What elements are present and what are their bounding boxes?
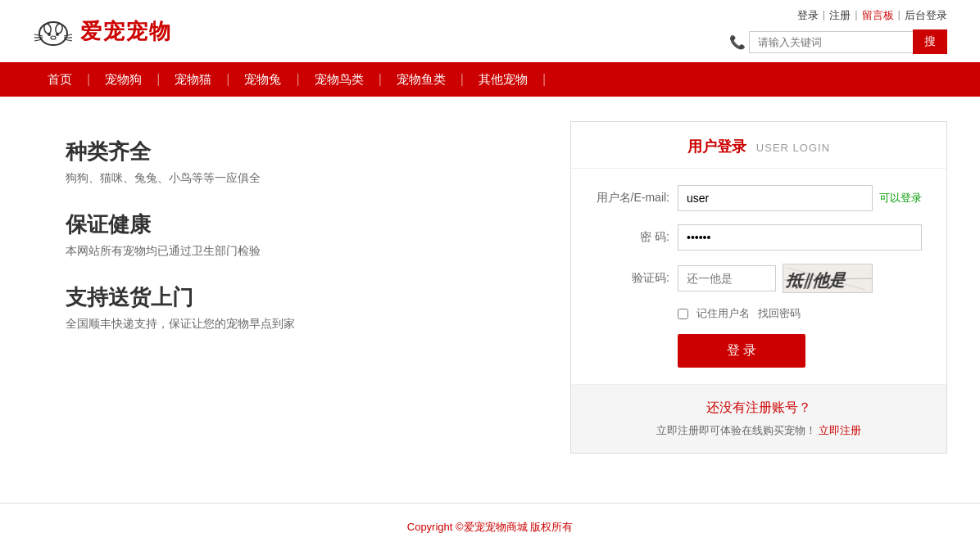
footer: Copyright ©爱宠宠物商城 版权所有 bbox=[0, 504, 980, 542]
captcha-input[interactable] bbox=[678, 265, 776, 291]
remember-row: 记住用户名 找回密码 bbox=[596, 306, 922, 321]
remember-label[interactable]: 记住用户名 bbox=[696, 306, 750, 321]
svg-point-1 bbox=[43, 23, 52, 34]
nav-home[interactable]: 首页 bbox=[33, 62, 87, 97]
search-button[interactable]: 搜 bbox=[913, 29, 947, 54]
feature-health: 保证健康 本网站所有宠物均已通过卫生部门检验 bbox=[66, 210, 538, 259]
nav-cats[interactable]: 宠物猫 bbox=[160, 62, 226, 97]
login-form: 用户名/E-mail: 可以登录 密 码: 验证码: bbox=[571, 169, 946, 384]
forgot-link[interactable]: 找回密码 bbox=[758, 306, 801, 321]
captcha-label: 验证码: bbox=[596, 271, 678, 286]
feature-delivery-desc: 全国顺丰快递支持，保证让您的宠物早点到家 bbox=[66, 317, 538, 332]
nav-dogs[interactable]: 宠物狗 bbox=[90, 62, 157, 97]
header-nav-links: 登录 | 注册 | 留言板 | 后台登录 bbox=[797, 8, 947, 23]
svg-point-3 bbox=[48, 33, 51, 36]
nav-sep-7: | bbox=[542, 72, 546, 87]
password-input[interactable] bbox=[678, 224, 922, 251]
register-link[interactable]: 注册 bbox=[829, 8, 851, 23]
login-link[interactable]: 登录 bbox=[797, 8, 819, 23]
feature-variety-desc: 狗狗、猫咪、兔兔、小鸟等等一应俱全 bbox=[66, 171, 538, 186]
username-row: 用户名/E-mail: 可以登录 bbox=[596, 185, 922, 211]
svg-point-5 bbox=[51, 36, 56, 39]
features-section: 种类齐全 狗狗、猫咪、兔兔、小鸟等等一应俱全 保证健康 本网站所有宠物均已通过卫… bbox=[66, 121, 538, 454]
search-bar: 📞 搜 bbox=[729, 29, 947, 54]
feature-health-desc: 本网站所有宠物均已通过卫生部门检验 bbox=[66, 244, 538, 259]
sep1: | bbox=[823, 8, 825, 23]
nav-other[interactable]: 其他宠物 bbox=[464, 62, 542, 97]
phone-icon: 📞 bbox=[729, 34, 746, 50]
captcha-row: 验证码: bbox=[596, 264, 922, 293]
logo-area: 爱宠宠物 bbox=[33, 11, 172, 52]
captcha-svg: 抵∥他是 bbox=[783, 264, 872, 293]
register-now-link[interactable]: 立即注册 bbox=[819, 424, 861, 436]
captcha-image[interactable]: 抵∥他是 bbox=[783, 264, 873, 293]
search-input[interactable] bbox=[749, 31, 913, 53]
logo-icon bbox=[33, 11, 74, 52]
nav-rabbits[interactable]: 宠物兔 bbox=[229, 62, 296, 97]
feature-variety-title: 种类齐全 bbox=[66, 138, 538, 166]
login-title-en: USER LOGIN bbox=[756, 142, 830, 154]
login-title: 用户登录 bbox=[687, 138, 746, 155]
remember-checkbox[interactable] bbox=[678, 309, 688, 319]
feature-delivery: 支持送货上门 全国顺丰快递支持，保证让您的宠物早点到家 bbox=[66, 283, 538, 332]
svg-point-0 bbox=[39, 22, 67, 45]
sep3: | bbox=[898, 8, 901, 23]
main-content: 种类齐全 狗狗、猫咪、兔兔、小鸟等等一应俱全 保证健康 本网站所有宠物均已通过卫… bbox=[0, 97, 980, 478]
admin-login-link[interactable]: 后台登录 bbox=[905, 8, 947, 23]
header-right: 登录 | 注册 | 留言板 | 后台登录 📞 搜 bbox=[729, 8, 947, 54]
nav-bar: 首页 | 宠物狗 | 宠物猫 | 宠物兔 | 宠物鸟类 | 宠物鱼类 | 其他宠… bbox=[0, 62, 980, 97]
register-prompt-row: 立即注册即可体验在线购买宠物！ 立即注册 bbox=[586, 423, 932, 438]
copyright-text: Copyright ©爱宠宠物商城 版权所有 bbox=[407, 521, 573, 533]
can-login-text: 可以登录 bbox=[879, 191, 922, 206]
register-prompt-title: 还没有注册账号？ bbox=[586, 400, 932, 417]
login-header: 用户登录 USER LOGIN bbox=[571, 122, 946, 169]
site-header: 爱宠宠物 登录 | 注册 | 留言板 | 后台登录 📞 搜 bbox=[0, 0, 980, 62]
guestbook-link[interactable]: 留言板 bbox=[862, 8, 894, 23]
login-box: 用户登录 USER LOGIN 用户名/E-mail: 可以登录 密 码: 验证… bbox=[570, 121, 947, 454]
svg-line-6 bbox=[34, 34, 43, 36]
logo-text: 爱宠宠物 bbox=[80, 17, 172, 46]
feature-health-title: 保证健康 bbox=[66, 210, 538, 239]
sep2: | bbox=[855, 8, 857, 23]
feature-variety: 种类齐全 狗狗、猫咪、兔兔、小鸟等等一应俱全 bbox=[66, 138, 538, 186]
svg-line-9 bbox=[64, 34, 72, 36]
username-label: 用户名/E-mail: bbox=[596, 191, 678, 206]
register-prompt: 还没有注册账号？ 立即注册即可体验在线购买宠物！ 立即注册 bbox=[571, 384, 946, 453]
svg-point-2 bbox=[55, 23, 64, 34]
captcha-area: 抵∥他是 bbox=[678, 264, 873, 293]
svg-text:抵∥他是: 抵∥他是 bbox=[785, 271, 847, 289]
login-btn-wrap: 登 录 bbox=[596, 334, 922, 368]
feature-delivery-title: 支持送货上门 bbox=[66, 283, 538, 312]
password-row: 密 码: bbox=[596, 224, 922, 251]
svg-point-4 bbox=[56, 33, 59, 36]
nav-birds[interactable]: 宠物鸟类 bbox=[300, 62, 379, 97]
password-label: 密 码: bbox=[596, 230, 678, 245]
nav-fish[interactable]: 宠物鱼类 bbox=[382, 62, 461, 97]
register-prompt-text: 立即注册即可体验在线购买宠物！ bbox=[656, 424, 816, 436]
username-input[interactable] bbox=[678, 185, 873, 211]
login-button[interactable]: 登 录 bbox=[678, 334, 805, 368]
